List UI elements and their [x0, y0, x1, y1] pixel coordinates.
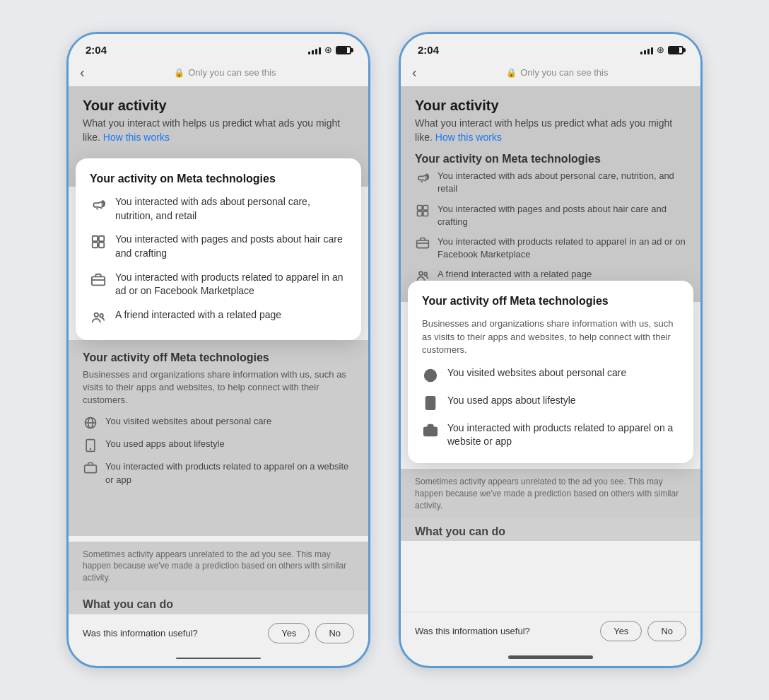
gray-pages-icon-2-1: [415, 203, 430, 218]
svg-rect-13: [85, 465, 97, 473]
how-this-works-link-2[interactable]: How this works: [435, 132, 502, 143]
globe-icon-2-0: [422, 367, 439, 384]
off-card-item-2-2: You interacted with products related to …: [422, 421, 679, 449]
on-meta-gray-title-2: Your activity on Meta technologies: [415, 153, 686, 165]
off-meta-title-1: Your activity off Meta technologies: [83, 351, 354, 364]
status-icons-1: ⊛: [308, 45, 351, 55]
phone-1: 2:04 ⊛ ‹ 🔒 Only you can see: [66, 32, 370, 668]
gray-meta-item-2-1: You interacted with pages and posts abou…: [415, 203, 686, 228]
lock-icon-2: 🔒: [506, 68, 517, 78]
svg-point-20: [419, 272, 423, 275]
nav-bar-1: ‹ 🔒 Only you can see this: [69, 62, 368, 86]
what-you-can-2: What you can do: [401, 518, 700, 541]
svg-point-21: [424, 273, 427, 276]
battery-icon-1: [336, 46, 351, 54]
off-card-text-2-2: You interacted with products related to …: [447, 421, 679, 449]
status-time-2: 2:04: [418, 44, 439, 56]
svg-rect-16: [418, 211, 423, 216]
what-you-can-1: What you can do: [69, 591, 368, 614]
phone-icon-1-1: [83, 438, 98, 453]
gray-meta-item-2-2: You interacted with products related to …: [415, 235, 686, 261]
card-text-1-3: A friend interacted with a related page: [115, 308, 281, 322]
friends-icon-1-3: [90, 309, 107, 326]
card-text-1-2: You interacted with products related to …: [115, 271, 347, 298]
svg-rect-17: [423, 211, 428, 216]
svg-point-6: [95, 313, 99, 317]
on-meta-card-title-1: Your activity on Meta technologies: [90, 173, 347, 185]
briefcase2-icon-1-2: [83, 460, 98, 476]
off-meta-subtitle-1: Businesses and organizations share infor…: [83, 368, 354, 407]
off-item-1-1: You used apps about lifestyle: [83, 438, 354, 453]
battery-icon-2: [668, 46, 683, 54]
gray-meta-item-2-0: You interacted with ads about personal c…: [415, 170, 686, 195]
card-item-1-0: You interacted with ads about personal c…: [90, 195, 347, 223]
card-text-1-0: You interacted with ads about personal c…: [115, 195, 347, 223]
phones-container: 2:04 ⊛ ‹ 🔒 Only you can see: [38, 4, 731, 696]
back-button-1[interactable]: ‹: [80, 64, 85, 81]
back-button-2[interactable]: ‹: [412, 64, 417, 81]
svg-point-7: [100, 314, 103, 317]
status-bar-2: 2:04 ⊛: [401, 34, 700, 62]
svg-rect-3: [99, 243, 104, 247]
home-indicator-1: [176, 658, 261, 659]
phone-2: 2:04 ⊛ ‹ 🔒 Only you can see: [399, 32, 703, 668]
pages-icon-1-1: [90, 233, 107, 250]
card-item-1-1: You interacted with pages and posts abou…: [90, 233, 347, 260]
yes-button-1[interactable]: Yes: [268, 623, 310, 643]
gray-meta-text-2-2: You interacted with products related to …: [438, 235, 686, 261]
off-card-text-2-0: You visited websites about personal care: [447, 366, 626, 380]
footer-note-2: Sometimes activity appears unrelated to …: [401, 469, 700, 518]
svg-rect-14: [418, 205, 423, 210]
activity-subtitle-2: What you interact with helps us predict …: [415, 117, 686, 144]
no-button-1[interactable]: No: [315, 623, 354, 643]
off-card-text-2-1: You used apps about lifestyle: [447, 394, 576, 408]
off-item-text-1-2: You interacted with products related to …: [105, 460, 354, 486]
card-text-1-1: You interacted with pages and posts abou…: [115, 233, 347, 260]
gray-megaphone-icon-2-0: [415, 170, 430, 185]
gray-meta-text-2-0: You interacted with ads about personal c…: [438, 170, 686, 195]
status-time-1: 2:04: [86, 44, 107, 56]
activity-title-1: Your activity: [83, 98, 354, 114]
svg-rect-15: [423, 205, 428, 210]
gray-meta-text-2-3: A friend interacted with a related page: [438, 268, 592, 281]
off-item-1-2: You interacted with products related to …: [83, 460, 354, 486]
gray-meta-text-2-1: You interacted with pages and posts abou…: [438, 203, 686, 228]
how-this-works-link-1[interactable]: How this works: [103, 132, 170, 143]
no-button-2[interactable]: No: [647, 621, 686, 641]
off-meta-card-subtitle-2: Businesses and organizations share infor…: [422, 317, 679, 356]
svg-rect-4: [92, 276, 105, 285]
svg-rect-27: [424, 427, 437, 436]
off-item-text-1-1: You used apps about lifestyle: [105, 438, 225, 450]
gray-briefcase-icon-2-2: [415, 235, 430, 251]
off-meta-section-1: Your activity off Meta technologies Busi…: [69, 340, 368, 536]
signal-icon-1: [308, 46, 321, 54]
lock-icon-1: 🔒: [174, 68, 184, 78]
off-card-item-2-1: You used apps about lifestyle: [422, 394, 679, 412]
footer-note-1: Sometimes activity appears unrelated to …: [69, 542, 368, 591]
svg-rect-18: [417, 240, 429, 248]
status-bar-1: 2:04 ⊛: [69, 34, 368, 62]
yes-button-2[interactable]: Yes: [600, 621, 642, 641]
svg-rect-2: [93, 243, 98, 247]
off-card-item-2-0: You visited websites about personal care: [422, 366, 679, 384]
off-meta-card-title-2: Your activity off Meta technologies: [422, 295, 679, 308]
feedback-question-2: Was this information useful?: [415, 626, 594, 636]
wifi-icon-2: ⊛: [657, 45, 664, 55]
briefcase-icon-1-2: [90, 272, 107, 288]
briefcase3-icon-2-2: [422, 422, 439, 439]
off-meta-card-2: Your activity off Meta technologies Busi…: [408, 281, 693, 463]
card-item-1-2: You interacted with products related to …: [90, 271, 347, 298]
feedback-bar-2: Was this information useful? Yes No: [401, 612, 700, 650]
phone-icon-2-1: [422, 395, 439, 412]
status-icons-2: ⊛: [640, 45, 683, 55]
megaphone-icon-1-0: [90, 196, 107, 213]
globe-icon-1-0: [83, 415, 98, 431]
activity-subtitle-1: What you interact with helps us predict …: [83, 117, 354, 144]
activity-header-2: Your activity What you interact with hel…: [401, 86, 700, 302]
off-item-text-1-0: You visited websites about personal care: [105, 415, 271, 428]
lock-label-2: 🔒 Only you can see this: [425, 67, 689, 78]
svg-rect-1: [99, 236, 104, 241]
feedback-question-1: Was this information useful?: [83, 628, 262, 638]
card-item-1-3: A friend interacted with a related page: [90, 308, 347, 326]
on-meta-card-1: Your activity on Meta technologies You i…: [76, 158, 361, 340]
